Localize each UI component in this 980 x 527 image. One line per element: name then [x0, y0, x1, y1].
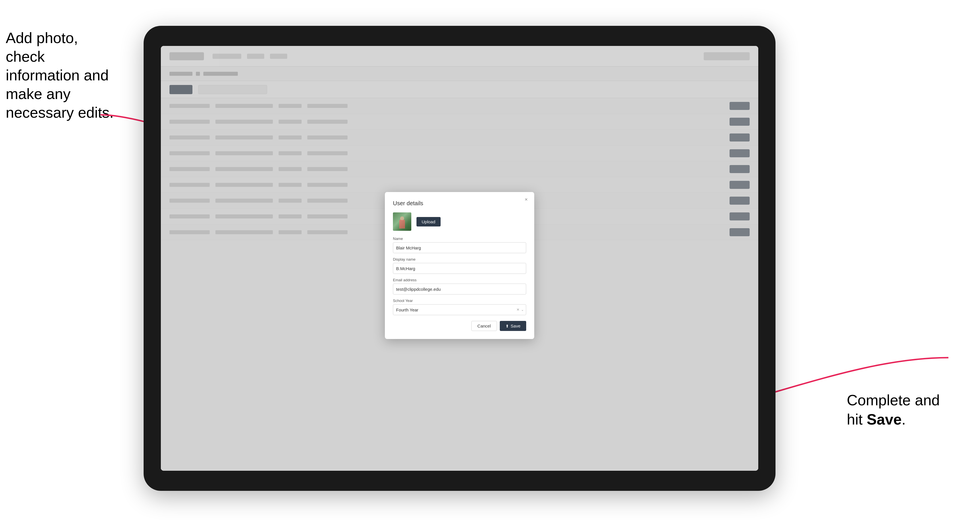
select-icons: × ⌄ — [517, 307, 524, 312]
select-clear-icon[interactable]: × — [517, 307, 519, 312]
display-name-input[interactable] — [393, 263, 526, 274]
tablet-screen: User details × Upload Name Disp — [161, 46, 758, 471]
photo-thumbnail — [393, 213, 411, 231]
tablet-device: User details × Upload Name Disp — [143, 26, 775, 491]
name-label: Name — [393, 237, 526, 241]
modal-close-button[interactable]: × — [523, 196, 530, 203]
school-year-select-container: First Year Second Year Third Year Fourth… — [393, 304, 526, 315]
school-year-label: School Year — [393, 298, 526, 303]
save-button[interactable]: ⬆ Save — [500, 321, 526, 331]
photo-image — [393, 213, 411, 231]
upload-photo-button[interactable]: Upload — [417, 217, 441, 227]
email-label: Email address — [393, 278, 526, 282]
photo-section: Upload — [393, 213, 526, 231]
email-input[interactable] — [393, 284, 526, 295]
modal-overlay: User details × Upload Name Disp — [161, 46, 758, 471]
chevron-down-icon: ⌄ — [521, 308, 524, 312]
display-name-field-group: Display name — [393, 257, 526, 274]
school-year-select[interactable]: First Year Second Year Third Year Fourth… — [393, 304, 526, 315]
annotation-right: Complete and hit Save. — [847, 390, 940, 429]
cancel-button[interactable]: Cancel — [471, 321, 497, 331]
school-year-field-group: School Year First Year Second Year Third… — [393, 298, 526, 315]
display-name-label: Display name — [393, 257, 526, 262]
modal-buttons: Cancel ⬆ Save — [393, 321, 526, 331]
save-icon: ⬆ — [506, 324, 509, 329]
name-field-group: Name — [393, 237, 526, 253]
annotation-left: Add photo, check information and make an… — [6, 29, 115, 122]
modal-title: User details — [393, 200, 526, 207]
user-details-modal: User details × Upload Name Disp — [385, 192, 534, 339]
email-field-group: Email address — [393, 278, 526, 295]
name-input[interactable] — [393, 242, 526, 253]
